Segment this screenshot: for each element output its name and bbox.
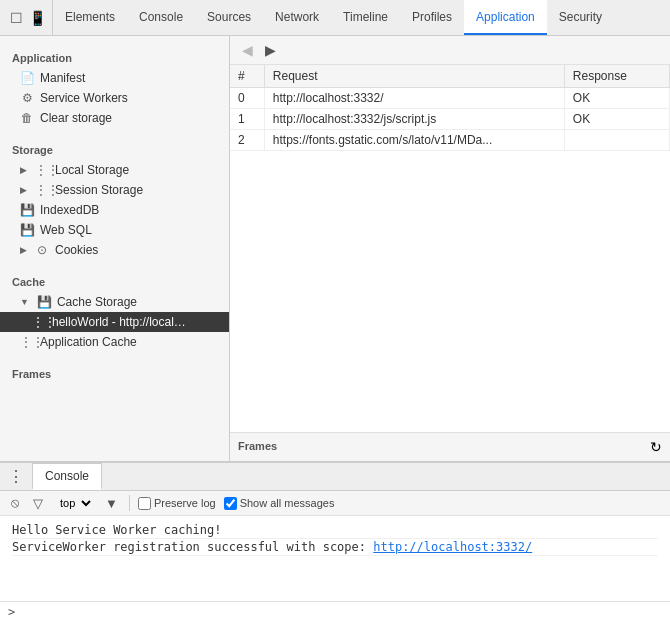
cache-table: # Request Response 0 http://localhost:33… <box>230 65 670 151</box>
table-row[interactable]: 1 http://localhost:3332/js/script.js OK <box>230 109 670 130</box>
sidebar-item-websql[interactable]: 💾 Web SQL <box>0 220 229 240</box>
col-request: Request <box>264 65 564 88</box>
console-text: ServiceWorker registration successful wi… <box>12 540 373 554</box>
console-line: ServiceWorker registration successful wi… <box>12 539 658 556</box>
tab-bar: ☐ 📱 Elements Console Sources Network Tim… <box>0 0 670 36</box>
local-storage-icon: ⋮⋮ <box>35 163 49 177</box>
cache-section-label: Cache <box>0 268 229 292</box>
nav-back-button[interactable]: ◀ <box>238 40 257 60</box>
context-dropdown-button[interactable]: ▼ <box>102 495 121 512</box>
show-all-messages-label[interactable]: Show all messages <box>224 497 335 510</box>
sidebar-item-cache-item[interactable]: ⋮⋮ helloWorld - http://localhost: <box>0 312 229 332</box>
cell-request: https://fonts.gstatic.com/s/lato/v11/MDa… <box>264 130 564 151</box>
console-line: Hello Service Worker caching! <box>12 522 658 539</box>
tab-sources[interactable]: Sources <box>195 0 263 35</box>
console-input[interactable] <box>21 605 662 619</box>
console-link[interactable]: http://localhost:3332/ <box>373 540 532 554</box>
table-container: # Request Response 0 http://localhost:33… <box>230 65 670 432</box>
filter-button[interactable]: ▽ <box>30 495 46 512</box>
refresh-button[interactable]: ↻ <box>650 439 662 455</box>
frames-label: Frames <box>238 440 277 452</box>
frames-section-label: Frames <box>0 360 229 384</box>
toggle-session-storage: ▶ <box>20 185 27 195</box>
cache-storage-icon: 💾 <box>37 295 51 309</box>
cell-num: 1 <box>230 109 264 130</box>
tab-security[interactable]: Security <box>547 0 614 35</box>
inspect-icon[interactable]: ☐ <box>10 10 23 26</box>
console-tab[interactable]: Console <box>32 463 102 490</box>
prompt-arrow: > <box>8 605 15 619</box>
show-all-messages-checkbox[interactable] <box>224 497 237 510</box>
storage-section-label: Storage <box>0 136 229 160</box>
toggle-local-storage: ▶ <box>20 165 27 175</box>
main-layout: Application 📄 Manifest ⚙ Service Workers… <box>0 36 670 622</box>
panel-nav: ◀ ▶ <box>230 36 670 65</box>
content-area: Application 📄 Manifest ⚙ Service Workers… <box>0 36 670 462</box>
websql-icon: 💾 <box>20 223 34 237</box>
sidebar-item-manifest[interactable]: 📄 Manifest <box>0 68 229 88</box>
tab-timeline[interactable]: Timeline <box>331 0 400 35</box>
indexeddb-icon: 💾 <box>20 203 34 217</box>
preserve-log-label[interactable]: Preserve log <box>138 497 216 510</box>
nav-forward-button[interactable]: ▶ <box>261 40 280 60</box>
console-prompt[interactable]: > <box>0 601 670 622</box>
cell-response: OK <box>564 88 669 109</box>
table-row[interactable]: 2 https://fonts.gstatic.com/s/lato/v11/M… <box>230 130 670 151</box>
clear-console-button[interactable]: ⦸ <box>8 494 22 512</box>
preserve-log-checkbox[interactable] <box>138 497 151 510</box>
console-output: Hello Service Worker caching!ServiceWork… <box>0 516 670 601</box>
sidebar-item-application-cache[interactable]: ⋮⋮ Application Cache <box>0 332 229 352</box>
sidebar-item-cache-storage[interactable]: ▼ 💾 Cache Storage <box>0 292 229 312</box>
cell-response <box>564 130 669 151</box>
application-cache-icon: ⋮⋮ <box>20 335 34 349</box>
manifest-icon: 📄 <box>20 71 34 85</box>
context-select[interactable]: top <box>54 495 94 511</box>
application-section-label: Application <box>0 44 229 68</box>
sidebar-item-session-storage[interactable]: ▶ ⋮⋮ Session Storage <box>0 180 229 200</box>
cookies-icon: ⊙ <box>35 243 49 257</box>
console-text: Hello Service Worker caching! <box>12 523 222 537</box>
tab-application[interactable]: Application <box>464 0 547 35</box>
toolbar-separator <box>129 495 130 511</box>
console-toolbar: ⦸ ▽ top ▼ Preserve log Show all messages <box>0 491 670 516</box>
console-tab-bar: ⋮ Console <box>0 463 670 491</box>
col-num: # <box>230 65 264 88</box>
cell-request: http://localhost:3332/ <box>264 88 564 109</box>
trash-icon: 🗑 <box>20 111 34 125</box>
sidebar-item-cookies[interactable]: ▶ ⊙ Cookies <box>0 240 229 260</box>
cell-num: 0 <box>230 88 264 109</box>
main-panel: ◀ ▶ # Request Response 0 http://localhos… <box>230 36 670 461</box>
cell-request: http://localhost:3332/js/script.js <box>264 109 564 130</box>
col-response: Response <box>564 65 669 88</box>
tab-console[interactable]: Console <box>127 0 195 35</box>
device-icon[interactable]: 📱 <box>29 10 46 26</box>
tab-profiles[interactable]: Profiles <box>400 0 464 35</box>
sidebar-item-indexeddb[interactable]: 💾 IndexedDB <box>0 200 229 220</box>
sidebar-item-service-workers[interactable]: ⚙ Service Workers <box>0 88 229 108</box>
table-row[interactable]: 0 http://localhost:3332/ OK <box>230 88 670 109</box>
bottom-area: ⋮ Console ⦸ ▽ top ▼ Preserve log Show al… <box>0 462 670 622</box>
sidebar-item-local-storage[interactable]: ▶ ⋮⋮ Local Storage <box>0 160 229 180</box>
gear-icon: ⚙ <box>20 91 34 105</box>
devtools-icons: ☐ 📱 <box>4 0 53 35</box>
toggle-cache-storage: ▼ <box>20 297 29 307</box>
tab-elements[interactable]: Elements <box>53 0 127 35</box>
sidebar: Application 📄 Manifest ⚙ Service Workers… <box>0 36 230 461</box>
toggle-cookies: ▶ <box>20 245 27 255</box>
session-storage-icon: ⋮⋮ <box>35 183 49 197</box>
more-options-icon[interactable]: ⋮ <box>0 467 32 486</box>
sidebar-item-clear-storage[interactable]: 🗑 Clear storage <box>0 108 229 128</box>
frames-bar: Frames ↻ <box>230 432 670 461</box>
cell-num: 2 <box>230 130 264 151</box>
cache-item-icon: ⋮⋮ <box>32 315 46 329</box>
tab-network[interactable]: Network <box>263 0 331 35</box>
cell-response: OK <box>564 109 669 130</box>
